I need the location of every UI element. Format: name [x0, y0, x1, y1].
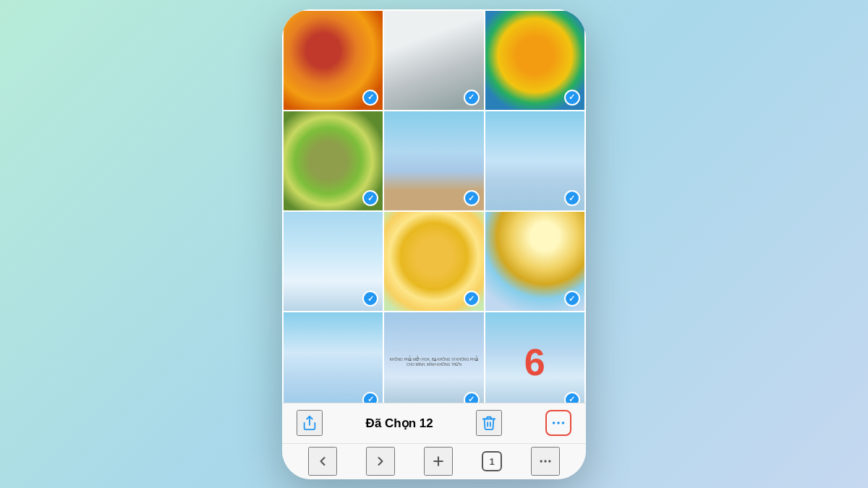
- check-badge: [464, 291, 480, 307]
- photo-grid-area: KHÔNG PHẢI MỞI HOA, BẠ KHÔNG VÌ KHÔNG PH…: [282, 9, 586, 403]
- photo-cell[interactable]: [284, 312, 383, 402]
- back-button[interactable]: [308, 447, 337, 476]
- check-badge: [362, 392, 378, 403]
- page-badge[interactable]: 1: [482, 451, 502, 471]
- check-badge: [564, 291, 580, 307]
- check-badge: [464, 90, 480, 106]
- action-bar: Đã Chọn 12: [282, 403, 586, 443]
- photo-cell[interactable]: [284, 212, 383, 311]
- photo-cell[interactable]: [384, 212, 483, 311]
- svg-point-2: [557, 421, 560, 424]
- photo-cell[interactable]: [485, 11, 584, 110]
- svg-point-8: [548, 460, 550, 462]
- check-badge: [362, 190, 378, 206]
- photo-grid: KHÔNG PHẢI MỞI HOA, BẠ KHÔNG VÌ KHÔNG PH…: [282, 9, 586, 403]
- check-badge: [464, 190, 480, 206]
- svg-point-6: [540, 460, 542, 462]
- photo-overlay-text: KHÔNG PHẢI MỞI HOA, BẠ KHÔNG VÌ KHÔNG PH…: [384, 354, 483, 370]
- svg-point-1: [553, 421, 556, 424]
- check-badge: [362, 90, 378, 106]
- nav-bar: 1: [282, 443, 586, 479]
- delete-button[interactable]: [476, 410, 502, 436]
- photo-cell[interactable]: [284, 111, 383, 210]
- photo-cell[interactable]: 6: [485, 312, 584, 402]
- photo-cell[interactable]: [485, 212, 584, 311]
- photo-cell[interactable]: KHÔNG PHẢI MỞI HOA, BẠ KHÔNG VÌ KHÔNG PH…: [384, 312, 483, 402]
- check-badge: [362, 291, 378, 307]
- photo-cell[interactable]: [384, 111, 483, 210]
- nav-options-button[interactable]: [531, 447, 560, 476]
- svg-point-7: [544, 460, 546, 462]
- check-badge: [464, 392, 480, 403]
- selected-label: Đã Chọn 12: [366, 416, 433, 431]
- add-button[interactable]: [424, 447, 453, 476]
- phone-container: KHÔNG PHẢI MỞI HOA, BẠ KHÔNG VÌ KHÔNG PH…: [282, 9, 586, 479]
- photo-cell[interactable]: [485, 111, 584, 210]
- photo-cell[interactable]: [284, 11, 383, 110]
- more-button[interactable]: [545, 410, 571, 436]
- svg-point-3: [562, 421, 565, 424]
- share-button[interactable]: [297, 410, 323, 436]
- forward-button[interactable]: [366, 447, 395, 476]
- photo-cell[interactable]: [384, 11, 483, 110]
- check-badge: [564, 190, 580, 206]
- check-badge: [564, 90, 580, 106]
- check-badge: [564, 392, 580, 403]
- big-number-overlay: 6: [524, 343, 545, 381]
